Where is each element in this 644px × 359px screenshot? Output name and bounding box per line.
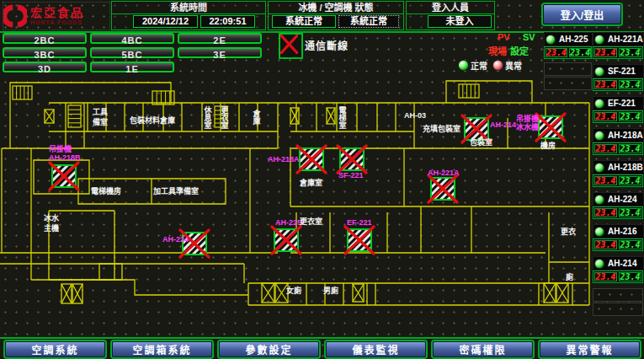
ahu-unit-ah-218a[interactable] (297, 146, 326, 173)
device-entry-sf-221[interactable]: SF-221 (593, 64, 644, 78)
unit-label: SF-221 (338, 171, 364, 180)
pv-sub-label: 現場 (488, 44, 507, 57)
floor-button-1e[interactable]: 1E (90, 62, 174, 72)
machine-status-label: 冰機 / 空調機 狀態 (269, 2, 403, 14)
room-label: 倉庫室 (299, 178, 322, 187)
floor-button-3e[interactable]: 3E (178, 47, 262, 58)
unit-label: 吊掛機 (516, 114, 539, 123)
device-name: AH-224 (608, 195, 636, 204)
ahu-status-value: 系統正常 (338, 15, 399, 28)
comm-loss-label: 通信斷線 (305, 38, 349, 52)
device-values-ah-218b: 23.423.4 (593, 174, 643, 187)
device-name: AH-225 (559, 35, 588, 44)
wall (421, 206, 471, 253)
unit-label: AH-218A (268, 155, 300, 163)
ahu-unit-ah-221a[interactable] (428, 175, 457, 202)
device-pv-value: 23.4 (594, 176, 617, 185)
plan-shafts (45, 108, 568, 303)
room-label: AH-03 (404, 111, 426, 120)
room-label: 女廁 (286, 286, 301, 295)
ahu-unit-sf-221[interactable] (338, 146, 366, 173)
unit-label: AH-221A (428, 169, 460, 177)
device-entry-ah-224[interactable]: AH-224 (593, 192, 644, 206)
device-sv-value: 23.4 (619, 112, 641, 121)
room-label: 包裝材料倉庫 (129, 115, 175, 125)
device-status-lamp (594, 99, 604, 109)
device-entry-ah-218a[interactable]: AH-218A (593, 128, 644, 142)
ahu-unit-ef-221[interactable] (345, 227, 374, 254)
shaft-icon (290, 108, 299, 124)
menu-button-2[interactable]: 空調箱系統 (112, 341, 212, 357)
floor-button-5bc[interactable]: 5BC (90, 47, 174, 58)
room-label: 男廁 (323, 286, 338, 295)
device-pv-value: 23.4 (594, 240, 617, 249)
brand-name-en: HUNYA FOODS (30, 19, 84, 25)
device-entry-ah-216[interactable]: AH-216 (593, 224, 644, 238)
floor-button-3d[interactable]: 3D (3, 62, 87, 72)
legend-normal: 正常 (458, 59, 487, 72)
room-label: 冰水 (44, 213, 60, 222)
device-values-ah-216: 23.423.4 (593, 238, 643, 251)
device-name: AH-216 (608, 227, 636, 236)
system-clock-value: 22:09:51 (200, 15, 255, 28)
room-label: 更衣 (561, 227, 576, 236)
device-status-lamp (594, 131, 604, 141)
floor-button-2e[interactable]: 2E (178, 33, 262, 44)
room-label: 工具 (93, 108, 108, 116)
device-sv-value: 23.4 (619, 144, 641, 153)
device-values-ah-221a: 23.423.4 (593, 46, 643, 59)
plan-stairs (13, 84, 479, 127)
system-date-value: 2024/12/12 (133, 15, 198, 28)
shaft-icon (262, 283, 274, 303)
chiller-status-value: 系統正常 (272, 15, 336, 28)
ahu-unit-ah-225[interactable] (272, 227, 301, 254)
device-name: AH-221A (608, 35, 643, 44)
plan-walls (0, 81, 589, 305)
device-entry-ef-221[interactable]: EF-221 (593, 96, 644, 110)
menu-button-5[interactable]: 密碼權限 (433, 341, 533, 357)
device-values-ah-224: 23.423.4 (593, 206, 643, 219)
ahu-unit-ah-218b[interactable] (50, 163, 78, 190)
unit-label: AH-218B (49, 153, 81, 162)
room-label: 休息室 (203, 105, 212, 129)
device-sv-value: 23.4 (619, 208, 641, 217)
device-status-lamp (594, 163, 604, 173)
unit-label: AH-224 (162, 235, 189, 244)
shaft-icon (45, 110, 54, 123)
shaft-icon (544, 283, 556, 303)
device-entry-ah-218b[interactable]: AH-218B (593, 160, 644, 174)
device-entry-ah-221a[interactable]: AH-221A (593, 32, 644, 46)
floor-button-2bc[interactable]: 2BC (3, 33, 87, 44)
shaft-icon (72, 284, 82, 303)
menu-button-1[interactable]: 空調系統 (5, 341, 105, 357)
device-sv-value: 23.4 (619, 240, 641, 249)
empty-device-slot (544, 62, 592, 76)
device-pv-value: 23.4 (594, 144, 617, 153)
device-sv-value: 23.4 (619, 80, 641, 89)
menu-button-4[interactable]: 儀表監視 (326, 341, 426, 357)
login-logout-button[interactable]: 登入/登出 (543, 4, 621, 24)
device-values-sf-221: 23.423.4 (593, 78, 643, 91)
device-sv-value: 23.4 (619, 272, 641, 281)
room-label: 倉庫 (252, 109, 261, 126)
ahu-unit-ah-ch[interactable] (536, 114, 565, 141)
menu-button-3[interactable]: 參數設定 (219, 341, 319, 357)
device-pv-value: 23.4 (594, 272, 617, 281)
abnormal-label: 異常 (505, 62, 522, 71)
device-status-lamp (594, 195, 604, 205)
stairs-icon (13, 86, 32, 99)
device-name: AH-218B (608, 163, 643, 172)
room-label: 包裝室 (469, 137, 492, 147)
device-status-lamp (594, 35, 604, 45)
plan-room-labels: 工具備室包裝材料倉庫休息室更衣室倉庫電梯室AH-03充填包裝室包裝室機房倉庫室電… (44, 105, 576, 295)
shaft-icon (61, 284, 72, 303)
device-entry-ah-225[interactable]: AH-225 (544, 32, 593, 46)
device-entry-ah-214[interactable]: AH-214 (593, 256, 644, 271)
device-pv-value: 23.4 (594, 208, 617, 217)
system-time-label: 系統時間 (112, 2, 265, 14)
device-sv-value: 23.4 (619, 176, 641, 185)
menu-button-6[interactable]: 異常警報 (540, 341, 640, 357)
floor-button-3bc[interactable]: 3BC (3, 47, 87, 58)
floor-button-4bc[interactable]: 4BC (90, 33, 174, 44)
unit-label: AH-214 (490, 121, 516, 129)
